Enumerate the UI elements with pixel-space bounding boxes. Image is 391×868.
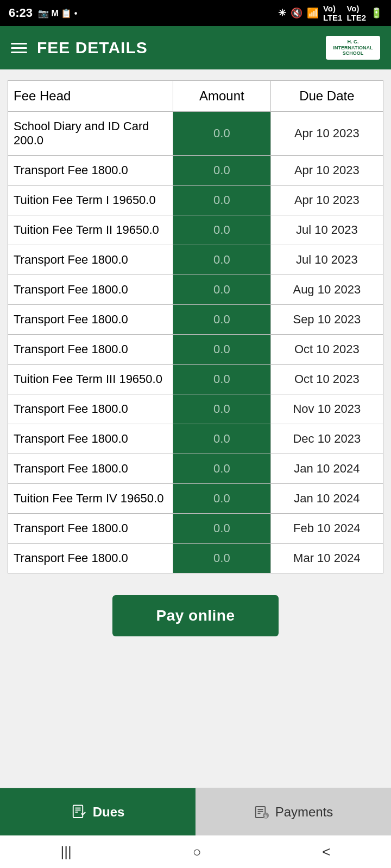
table-row: Transport Fee 1800.00.0Aug 10 2023 — [8, 275, 383, 305]
table-header-row: Fee Head Amount Due Date — [8, 81, 383, 112]
home-button[interactable]: ○ — [193, 844, 201, 860]
fee-head-cell: Transport Fee 1800.0 — [8, 245, 173, 275]
col-header-due-date: Due Date — [270, 81, 383, 112]
fee-head-cell: Transport Fee 1800.0 — [8, 544, 173, 573]
mute-icon: 🔇 — [291, 7, 302, 19]
fee-head-cell: Transport Fee 1800.0 — [8, 424, 173, 454]
amount-cell: 0.0 — [173, 394, 271, 424]
due-date-cell: Apr 10 2023 — [270, 186, 383, 215]
main-content: Fee Head Amount Due Date School Diary an… — [0, 69, 391, 788]
table-row: Transport Fee 1800.00.0Dec 10 2023 — [8, 424, 383, 454]
top-bar-left: FEE DETAILS — [11, 39, 148, 57]
fee-head-cell: Transport Fee 1800.0 — [8, 305, 173, 335]
fee-head-cell: Tuition Fee Term I 19650.0 — [8, 186, 173, 215]
due-date-cell: Jul 10 2023 — [270, 215, 383, 245]
svg-rect-0 — [73, 805, 83, 818]
amount-cell: 0.0 — [173, 112, 271, 156]
amount-cell: 0.0 — [173, 215, 271, 245]
table-row: Transport Fee 1800.00.0Apr 10 2023 — [8, 156, 383, 186]
amount-cell: 0.0 — [173, 156, 271, 186]
battery-icon: 🔋 — [370, 7, 382, 19]
nav-payments-label: Payments — [275, 805, 333, 820]
due-date-cell: Jan 10 2024 — [270, 454, 383, 484]
svg-text:$: $ — [264, 814, 267, 819]
status-right-icons: ✳ 🔇 📶 Vo)LTE1 Vo)LTE2 🔋 — [278, 4, 382, 22]
bluetooth-icon: ✳ — [278, 7, 286, 19]
nav-dues-label: Dues — [93, 805, 125, 820]
nav-dues[interactable]: Dues — [0, 788, 195, 835]
due-date-cell: Mar 10 2024 — [270, 544, 383, 573]
school-logo: H. G. INTERNATIONAL SCHOOL — [326, 36, 380, 60]
wifi-icon: 📶 — [307, 7, 319, 19]
pay-btn-container: Pay online — [8, 573, 383, 653]
due-date-cell: Aug 10 2023 — [270, 275, 383, 305]
due-date-cell: Oct 10 2023 — [270, 335, 383, 365]
amount-cell: 0.0 — [173, 454, 271, 484]
due-date-cell: Dec 10 2023 — [270, 424, 383, 454]
amount-cell: 0.0 — [173, 305, 271, 335]
amount-cell: 0.0 — [173, 245, 271, 275]
amount-cell: 0.0 — [173, 275, 271, 305]
fee-table: Fee Head Amount Due Date School Diary an… — [8, 80, 383, 573]
signal-lte2: Vo)LTE2 — [346, 4, 366, 22]
fee-head-cell: Tuition Fee Term IV 19650.0 — [8, 484, 173, 514]
system-nav: ||| ○ < — [0, 835, 391, 868]
recents-button[interactable]: < — [322, 844, 330, 860]
table-row: Transport Fee 1800.00.0Feb 10 2024 — [8, 514, 383, 544]
fee-head-cell: Tuition Fee Term III 19650.0 — [8, 365, 173, 394]
amount-cell: 0.0 — [173, 335, 271, 365]
page-title: FEE DETAILS — [37, 39, 148, 57]
due-date-cell: Jul 10 2023 — [270, 245, 383, 275]
fee-head-cell: Transport Fee 1800.0 — [8, 335, 173, 365]
fee-head-cell: Tuition Fee Term II 19650.0 — [8, 215, 173, 245]
due-date-cell: Sep 10 2023 — [270, 305, 383, 335]
status-bar: 6:23 📷 M 📋 • ✳ 🔇 📶 Vo)LTE1 Vo)LTE2 🔋 — [0, 0, 391, 26]
signal-lte1: Vo)LTE1 — [323, 4, 343, 22]
amount-cell: 0.0 — [173, 514, 271, 544]
table-row: Transport Fee 1800.00.0Mar 10 2024 — [8, 544, 383, 573]
amount-cell: 0.0 — [173, 186, 271, 215]
amount-cell: 0.0 — [173, 365, 271, 394]
table-row: Transport Fee 1800.00.0Jan 10 2024 — [8, 454, 383, 484]
back-gesture-button[interactable]: ||| — [60, 844, 71, 860]
time-text: 6:23 — [9, 6, 33, 20]
due-date-cell: Apr 10 2023 — [270, 156, 383, 186]
status-time: 6:23 📷 M 📋 • — [9, 6, 77, 20]
table-row: Transport Fee 1800.00.0Sep 10 2023 — [8, 305, 383, 335]
table-row: Transport Fee 1800.00.0Jul 10 2023 — [8, 245, 383, 275]
fee-head-cell: Transport Fee 1800.0 — [8, 514, 173, 544]
fee-head-cell: School Diary and ID Card 200.0 — [8, 112, 173, 156]
table-row: Tuition Fee Term I 19650.00.0Apr 10 2023 — [8, 186, 383, 215]
table-row: Transport Fee 1800.00.0Nov 10 2023 — [8, 394, 383, 424]
due-date-cell: Jan 10 2024 — [270, 484, 383, 514]
dues-icon — [71, 804, 87, 820]
table-row: School Diary and ID Card 200.00.0Apr 10 … — [8, 112, 383, 156]
table-row: Tuition Fee Term III 19650.00.0Oct 10 20… — [8, 365, 383, 394]
pay-online-button[interactable]: Pay online — [112, 595, 278, 636]
payments-icon: $ — [254, 804, 270, 820]
table-row: Tuition Fee Term II 19650.00.0Jul 10 202… — [8, 215, 383, 245]
status-icons: 📷 M 📋 • — [38, 8, 77, 18]
fee-head-cell: Transport Fee 1800.0 — [8, 275, 173, 305]
top-bar: FEE DETAILS H. G. INTERNATIONAL SCHOOL — [0, 26, 391, 69]
amount-cell: 0.0 — [173, 544, 271, 573]
col-header-amount: Amount — [173, 81, 271, 112]
hamburger-menu[interactable] — [11, 43, 27, 53]
table-row: Transport Fee 1800.00.0Oct 10 2023 — [8, 335, 383, 365]
col-header-fee-head: Fee Head — [8, 81, 173, 112]
fee-head-cell: Transport Fee 1800.0 — [8, 156, 173, 186]
bottom-nav: Dues $ Payments — [0, 788, 391, 835]
fee-head-cell: Transport Fee 1800.0 — [8, 454, 173, 484]
fee-head-cell: Transport Fee 1800.0 — [8, 394, 173, 424]
due-date-cell: Nov 10 2023 — [270, 394, 383, 424]
due-date-cell: Apr 10 2023 — [270, 112, 383, 156]
nav-payments[interactable]: $ Payments — [195, 788, 391, 835]
amount-cell: 0.0 — [173, 484, 271, 514]
due-date-cell: Feb 10 2024 — [270, 514, 383, 544]
amount-cell: 0.0 — [173, 424, 271, 454]
table-row: Tuition Fee Term IV 19650.00.0Jan 10 202… — [8, 484, 383, 514]
due-date-cell: Oct 10 2023 — [270, 365, 383, 394]
